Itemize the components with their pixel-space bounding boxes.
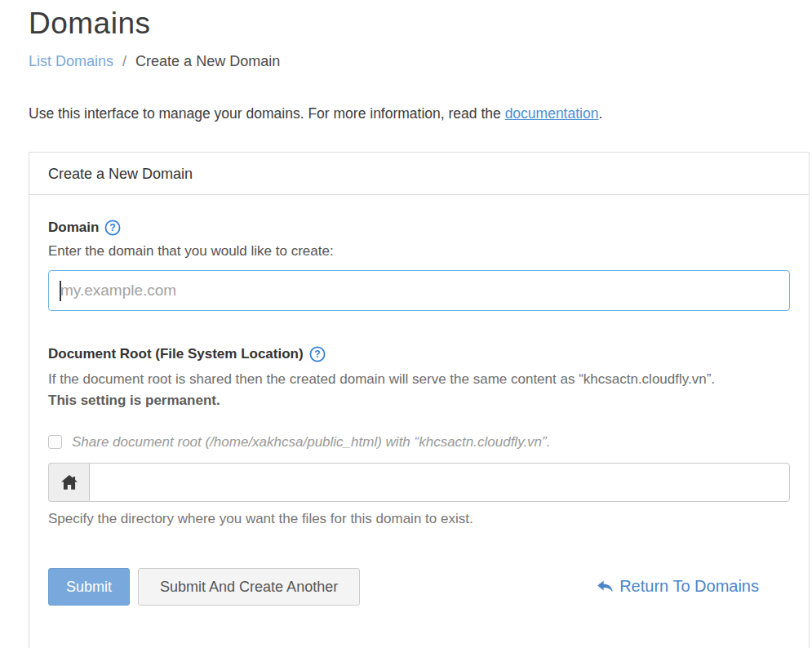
- docroot-description-bold: This setting is permanent.: [48, 393, 220, 408]
- breadcrumb: List Domains / Create a New Domain: [29, 53, 810, 70]
- question-circle-icon[interactable]: ?: [104, 220, 121, 236]
- docroot-help-text: Specify the directory where you want the…: [48, 511, 790, 527]
- svg-text:?: ?: [314, 348, 320, 360]
- domain-section: Domain ? Enter the domain that you would…: [48, 220, 790, 311]
- share-docroot-row: Share document root (/home/xakhcsa/publi…: [48, 434, 790, 450]
- docroot-section: Document Root (File System Location) ? I…: [48, 346, 790, 527]
- page-content: Domains List Domains / Create a New Doma…: [29, 7, 810, 648]
- page-title: Domains: [29, 7, 810, 41]
- domain-instruction: Enter the domain that you would like to …: [48, 243, 790, 260]
- home-icon: [48, 463, 89, 502]
- breadcrumb-current: Create a New Domain: [135, 53, 280, 69]
- intro-text: Use this interface to manage your domain…: [29, 105, 810, 122]
- docroot-label: Document Root (File System Location) ?: [48, 346, 790, 362]
- svg-text:?: ?: [110, 222, 116, 233]
- docroot-description-normal: If the document root is shared then the …: [48, 371, 715, 387]
- question-circle-icon[interactable]: ?: [309, 346, 326, 362]
- create-domain-panel: Create a New Domain Domain ? Enter the d…: [29, 152, 810, 648]
- breadcrumb-separator: /: [122, 53, 126, 69]
- form-actions: Submit Submit And Create Another Return …: [48, 568, 790, 606]
- panel-header: Create a New Domain: [29, 153, 809, 195]
- return-to-domains-label: Return To Domains: [619, 577, 759, 596]
- domain-input-wrap: [48, 270, 790, 311]
- documentation-link[interactable]: documentation: [505, 105, 599, 122]
- domain-label-text: Domain: [48, 220, 99, 236]
- intro-text-before: Use this interface to manage your domain…: [29, 105, 505, 122]
- return-to-domains-link[interactable]: Return To Domains: [597, 577, 759, 596]
- reply-arrow-icon: [597, 579, 614, 594]
- submit-and-create-another-button[interactable]: Submit And Create Another: [138, 568, 360, 606]
- docroot-input-group: [48, 463, 790, 502]
- docroot-path-input[interactable]: [89, 463, 790, 502]
- docroot-description: If the document root is shared then the …: [48, 369, 734, 412]
- share-docroot-label[interactable]: Share document root (/home/xakhcsa/publi…: [72, 434, 550, 450]
- submit-button[interactable]: Submit: [48, 568, 130, 606]
- intro-text-after: .: [598, 105, 602, 122]
- domain-label: Domain ?: [48, 220, 790, 236]
- panel-body: Domain ? Enter the domain that you would…: [29, 195, 809, 648]
- docroot-label-text: Document Root (File System Location): [48, 346, 304, 362]
- domain-input[interactable]: [48, 270, 790, 311]
- share-docroot-checkbox[interactable]: [48, 435, 62, 449]
- breadcrumb-link-list-domains[interactable]: List Domains: [29, 53, 113, 69]
- text-caret: [60, 281, 61, 301]
